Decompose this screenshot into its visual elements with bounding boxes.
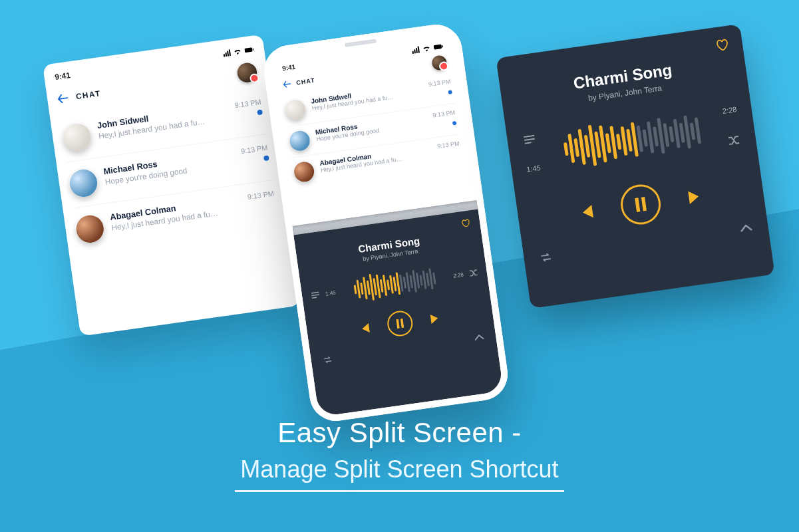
next-track-icon[interactable]	[429, 313, 442, 325]
wifi-icon	[421, 45, 431, 53]
waveform[interactable]	[339, 260, 449, 308]
back-icon[interactable]	[57, 93, 69, 104]
unread-dot-icon	[448, 90, 452, 94]
status-time: 9:41	[54, 70, 71, 82]
unread-dot-icon	[263, 155, 269, 161]
back-icon[interactable]	[283, 80, 291, 88]
chat-screen-card: 9:41 CHAT John Sidwell Hey,I just	[43, 35, 300, 336]
svg-rect-2	[433, 44, 442, 49]
wifi-icon	[233, 48, 243, 56]
split-bottom-player: Charmi Song by Piyani, John Terra 1:45	[293, 209, 504, 417]
avatar	[62, 122, 92, 152]
split-top-chat: 9:41 CHAT	[268, 29, 476, 225]
heart-icon[interactable]	[460, 218, 471, 227]
chat-list: John Sidwell Hey,I just heard you had a …	[282, 72, 464, 188]
chat-title: CHAT	[296, 77, 315, 86]
svg-rect-7	[641, 197, 647, 211]
svg-rect-6	[635, 198, 640, 212]
svg-rect-0	[244, 47, 252, 53]
unread-dot-icon	[452, 121, 457, 126]
avatar	[284, 98, 307, 121]
avatar	[75, 213, 105, 244]
pause-button[interactable]	[386, 309, 414, 338]
promo-stage: 9:41 CHAT John Sidwell Hey,I just	[0, 0, 799, 532]
music-player-card: Charmi Song by Piyani, John Terra 1:45 2…	[496, 24, 774, 309]
chat-list: John Sidwell Hey,I just heard you had a …	[61, 88, 279, 253]
unread-dot-icon	[257, 109, 263, 115]
prev-track-icon[interactable]	[576, 203, 595, 220]
avatar	[289, 130, 311, 152]
heart-icon[interactable]	[715, 38, 730, 52]
chat-time: 9:13 PM	[428, 78, 451, 88]
time-total: 2:28	[452, 271, 464, 279]
repeat-icon[interactable]	[323, 355, 333, 364]
battery-icon	[433, 43, 443, 51]
battery-icon	[244, 46, 254, 54]
next-track-icon[interactable]	[686, 188, 705, 205]
chat-time: 9:13 PM	[437, 140, 460, 150]
chat-title: CHAT	[75, 88, 101, 101]
queue-icon[interactable]	[524, 135, 536, 144]
svg-rect-4	[396, 319, 399, 329]
time-total: 2:28	[722, 105, 737, 115]
title-main: Easy Split Screen -	[0, 417, 799, 449]
avatar	[293, 160, 315, 183]
status-indicators	[223, 46, 254, 57]
chat-time: 9:13 PM	[247, 190, 274, 201]
svg-rect-3	[442, 45, 443, 47]
chat-time: 9:13 PM	[240, 144, 267, 155]
profile-avatar[interactable]	[431, 55, 448, 71]
avatar	[68, 168, 98, 198]
chevron-up-icon[interactable]	[474, 334, 485, 343]
signal-icon	[412, 46, 420, 53]
svg-rect-5	[400, 319, 404, 328]
profile-avatar[interactable]	[236, 62, 258, 84]
waveform[interactable]	[544, 102, 719, 178]
shuffle-icon[interactable]	[469, 269, 478, 278]
time-elapsed: 1:45	[526, 164, 541, 174]
repeat-icon[interactable]	[540, 252, 553, 263]
promo-titles: Easy Split Screen - Manage Split Screen …	[0, 417, 799, 492]
chat-time: 9:13 PM	[432, 109, 456, 119]
prev-track-icon[interactable]	[358, 323, 371, 334]
time-elapsed: 1:45	[324, 289, 337, 297]
chevron-up-icon[interactable]	[740, 224, 753, 235]
shuffle-icon[interactable]	[728, 134, 740, 146]
pause-button[interactable]	[618, 182, 663, 227]
status-time: 9:41	[281, 63, 295, 72]
title-sub: Manage Split Screen Shortcut	[235, 456, 563, 492]
queue-icon[interactable]	[311, 291, 319, 299]
chat-time: 9:13 PM	[234, 98, 261, 109]
signal-icon	[223, 49, 231, 57]
svg-rect-1	[253, 49, 254, 51]
